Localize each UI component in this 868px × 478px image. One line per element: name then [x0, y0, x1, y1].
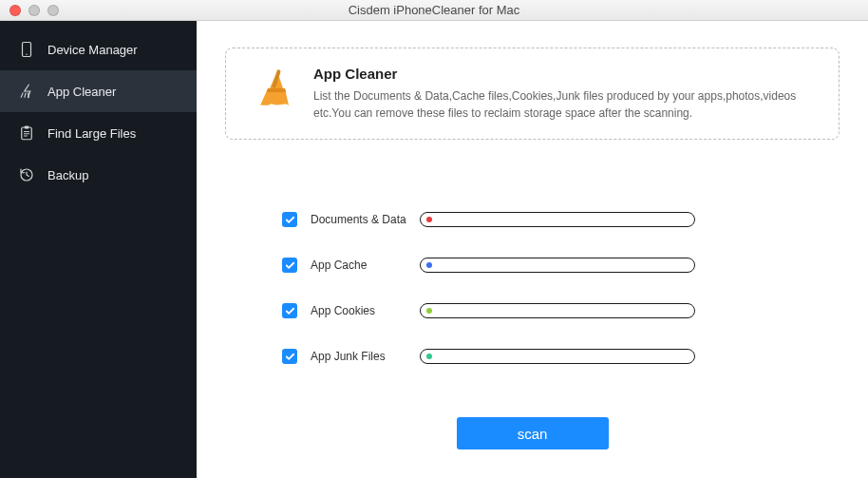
broom-icon: [17, 82, 36, 101]
sidebar-item-label: App Cleaner: [47, 85, 116, 99]
maximize-icon[interactable]: [47, 5, 59, 16]
scan-row-app-cache: App Cache: [282, 242, 840, 288]
info-description: List the Documents & Data,Cache files,Co…: [313, 87, 816, 122]
device-icon: [17, 40, 36, 59]
sidebar-item-backup[interactable]: Backup: [0, 154, 197, 196]
titlebar: Cisdem iPhoneCleaner for Mac: [0, 0, 868, 21]
checkbox-app-cookies[interactable]: [282, 303, 297, 318]
row-label: Documents & Data: [311, 213, 420, 226]
progress-dot: [426, 354, 432, 359]
svg-point-1: [26, 54, 28, 56]
row-label: App Cache: [311, 258, 420, 272]
restore-icon: [17, 165, 36, 184]
progress-app-cache: [420, 258, 695, 273]
sidebar-item-label: Device Manager: [47, 43, 138, 57]
info-title: App Cleaner: [313, 66, 816, 82]
clipboard-icon: [17, 124, 36, 143]
sidebar: Device Manager App Cleaner: [0, 21, 197, 478]
sidebar-item-label: Backup: [47, 168, 88, 182]
progress-dot: [426, 217, 432, 222]
scan-row-documents-data: Documents & Data: [282, 197, 840, 242]
sidebar-item-app-cleaner[interactable]: App Cleaner: [0, 70, 197, 112]
progress-documents-data: [420, 212, 695, 227]
checkbox-app-junk-files[interactable]: [282, 349, 297, 364]
scan-row-app-junk-files: App Junk Files: [282, 334, 840, 379]
scan-row-app-cookies: App Cookies: [282, 288, 840, 334]
traffic-lights: [0, 5, 59, 16]
scan-button[interactable]: scan: [457, 417, 609, 449]
sidebar-item-find-large-files[interactable]: Find Large Files: [0, 112, 197, 154]
window-title: Cisdem iPhoneCleaner for Mac: [0, 3, 868, 17]
checkbox-documents-data[interactable]: [282, 212, 297, 227]
row-label: App Junk Files: [311, 350, 420, 363]
progress-dot: [426, 262, 432, 268]
progress-app-cookies: [420, 303, 695, 318]
scan-list: Documents & Data App Cache App Cookies: [225, 197, 840, 379]
progress-dot: [426, 308, 432, 314]
minimize-icon[interactable]: [28, 5, 40, 16]
broom-large-icon: [249, 66, 294, 111]
svg-rect-3: [25, 126, 29, 129]
progress-app-junk-files: [420, 349, 695, 364]
row-label: App Cookies: [311, 304, 420, 317]
main-panel: App Cleaner List the Documents & Data,Ca…: [197, 21, 868, 478]
sidebar-item-label: Find Large Files: [47, 126, 136, 141]
checkbox-app-cache[interactable]: [282, 258, 297, 273]
info-box: App Cleaner List the Documents & Data,Ca…: [225, 48, 840, 140]
close-icon[interactable]: [9, 5, 21, 16]
sidebar-item-device-manager[interactable]: Device Manager: [0, 29, 197, 70]
